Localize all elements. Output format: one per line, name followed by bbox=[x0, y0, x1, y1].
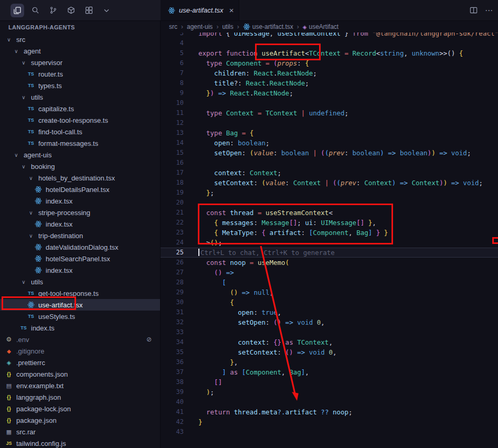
line-number[interactable]: 42 bbox=[161, 417, 184, 427]
tree-item-langgraph.json[interactable]: {}langgraph.json bbox=[0, 391, 160, 403]
tree-item-supervisor[interactable]: ∨supervisor bbox=[0, 57, 160, 68]
more-actions-icon[interactable]: ⋯ bbox=[485, 6, 493, 15]
tree-item-.env[interactable]: ⚙.env⊘ bbox=[0, 334, 160, 345]
line-number[interactable]: 38 bbox=[161, 377, 184, 387]
line-number[interactable]: 41 bbox=[161, 407, 184, 417]
tree-item-create-tool-response.ts[interactable]: TScreate-tool-response.ts bbox=[0, 114, 160, 126]
package-icon[interactable] bbox=[64, 4, 78, 17]
line-number[interactable]: 17 bbox=[161, 168, 184, 178]
tree-item-index.tsx[interactable]: index.tsx bbox=[0, 264, 160, 276]
line-number[interactable]: 40 bbox=[161, 397, 184, 407]
line-number[interactable]: 13 bbox=[161, 128, 184, 138]
code-line-24[interactable]: 24 >(); bbox=[161, 238, 498, 248]
line-number[interactable]: 32 bbox=[161, 317, 184, 327]
search-icon[interactable] bbox=[28, 4, 42, 17]
line-number[interactable]: 28 bbox=[161, 278, 184, 287]
tree-item-hotelDetailsPanel.tsx[interactable]: hotelDetailsPanel.tsx bbox=[0, 184, 160, 195]
code-line-28[interactable]: 28 [ bbox=[161, 278, 498, 287]
line-number[interactable]: 33 bbox=[161, 327, 184, 337]
line-number[interactable]: 6 bbox=[161, 58, 184, 68]
line-number[interactable]: 10 bbox=[161, 98, 184, 108]
code-line-35[interactable]: 35 setContext: () => void 0, bbox=[161, 347, 498, 357]
line-number[interactable]: 35 bbox=[161, 347, 184, 357]
line-number[interactable]: 37 bbox=[161, 367, 184, 377]
chevron-down-icon[interactable] bbox=[100, 4, 113, 17]
line-number[interactable]: 20 bbox=[161, 198, 184, 208]
code-line-36[interactable]: 36 }, bbox=[161, 357, 498, 367]
tab-use-artifact[interactable]: use-artifact.tsx × bbox=[161, 0, 239, 20]
line-number[interactable]: 7 bbox=[161, 68, 184, 78]
tree-item-hotels_by_destination.tsx[interactable]: ∨hotels_by_destination.tsx bbox=[0, 172, 160, 184]
breadcrumb-item-agent-uis[interactable]: agent-uis bbox=[187, 23, 213, 30]
tree-item-useStyles.ts[interactable]: TSuseStyles.ts bbox=[0, 311, 160, 322]
code-line-11[interactable]: 11 type Context = TContext | undefined; bbox=[161, 108, 498, 118]
code-line-43[interactable]: 43 bbox=[161, 427, 498, 437]
line-number[interactable]: 9 bbox=[161, 88, 184, 98]
pages-icon[interactable] bbox=[10, 4, 24, 17]
line-number[interactable]: 16 bbox=[161, 158, 184, 168]
code-line-18[interactable]: 18 setContext: (value: Context | ((prev:… bbox=[161, 178, 498, 188]
line-number[interactable]: 29 bbox=[161, 287, 184, 297]
line-number[interactable]: 12 bbox=[161, 118, 184, 128]
code-line-16[interactable]: 16 bbox=[161, 158, 498, 168]
tree-item-.prettierrc[interactable]: ◈.prettierrc bbox=[0, 357, 160, 368]
tree-item-dateValidationDialog.tsx[interactable]: dateValidationDialog.tsx bbox=[0, 241, 160, 253]
tree-item-capitalize.ts[interactable]: TScapitalize.ts bbox=[0, 103, 160, 114]
breadcrumb-item-use-artifact.tsx[interactable]: use-artifact.tsx bbox=[243, 23, 293, 30]
code-line-32[interactable]: 32 setOpen: () => void 0, bbox=[161, 317, 498, 327]
code-line-30[interactable]: 30 { bbox=[161, 297, 498, 307]
code-line-17[interactable]: 17 context: Context; bbox=[161, 168, 498, 178]
code-line-15[interactable]: 15 setOpen: (value: boolean | ((prev: bo… bbox=[161, 148, 498, 158]
code-line-41[interactable]: 41 return thread.meta?.artifact ?? noop; bbox=[161, 407, 498, 417]
line-number[interactable]: 24 bbox=[161, 238, 184, 248]
source-control-icon[interactable] bbox=[46, 4, 60, 17]
line-number[interactable]: 25 bbox=[161, 248, 184, 258]
code-line-23[interactable]: 23 { MetaType: { artifact: [Component, B… bbox=[161, 228, 498, 238]
close-icon[interactable]: × bbox=[229, 6, 234, 14]
code-line-29[interactable]: 29 () => null, bbox=[161, 287, 498, 297]
code-line-25[interactable]: 25Ctrl+L to chat, Ctrl+K to generate bbox=[161, 248, 498, 258]
tree-item-.gitignore[interactable]: ◆.gitignore bbox=[0, 345, 160, 357]
tree-item-format-messages.ts[interactable]: TSformat-messages.ts bbox=[0, 137, 160, 149]
line-number[interactable]: 4 bbox=[161, 38, 184, 48]
tree-item-index.tsx[interactable]: index.tsx bbox=[0, 195, 160, 207]
tree-item-index.tsx[interactable]: index.tsx bbox=[0, 218, 160, 230]
code-line-34[interactable]: 34 context: {} as TContext, bbox=[161, 337, 498, 347]
line-number[interactable]: 22 bbox=[161, 218, 184, 228]
code-line-22[interactable]: 22 { messages: Message[]; ui: UIMessage[… bbox=[161, 218, 498, 228]
tree-item-index.ts[interactable]: TSindex.ts bbox=[0, 322, 160, 334]
code-line-21[interactable]: 21 const thread = useStreamContext< bbox=[161, 208, 498, 218]
code-viewport[interactable]: 3import { UIMessage, useStreamContext } … bbox=[161, 33, 498, 448]
tree-item-utils[interactable]: ∨utils bbox=[0, 276, 160, 287]
line-number[interactable]: 31 bbox=[161, 307, 184, 317]
line-number[interactable]: 11 bbox=[161, 108, 184, 118]
line-number[interactable]: 15 bbox=[161, 148, 184, 158]
tree-item-src[interactable]: ∨src bbox=[0, 34, 160, 45]
tree-item-use-artifact.tsx[interactable]: use-artifact.tsx bbox=[0, 299, 160, 311]
code-line-12[interactable]: 12 bbox=[161, 118, 498, 128]
breadcrumb-item-src[interactable]: src bbox=[169, 23, 177, 30]
line-number[interactable]: 23 bbox=[161, 228, 184, 238]
code-line-38[interactable]: 38 [] bbox=[161, 377, 498, 387]
code-line-20[interactable]: 20 bbox=[161, 198, 498, 208]
line-number[interactable]: 34 bbox=[161, 337, 184, 347]
code-line-6[interactable]: 6 type Component = (props: { bbox=[161, 58, 498, 68]
line-number[interactable]: 43 bbox=[161, 427, 184, 437]
code-line-13[interactable]: 13 type Bag = { bbox=[161, 128, 498, 138]
code-line-26[interactable]: 26 const noop = useMemo( bbox=[161, 258, 498, 268]
line-number[interactable]: 39 bbox=[161, 387, 184, 397]
code-line-19[interactable]: 19 }; bbox=[161, 188, 498, 198]
code-line-5[interactable]: 5export function useArtifact<TContext = … bbox=[161, 48, 498, 58]
code-line-42[interactable]: 42} bbox=[161, 417, 498, 427]
line-number[interactable]: 21 bbox=[161, 208, 184, 218]
line-number[interactable]: 3 bbox=[161, 33, 184, 38]
tree-item-booking[interactable]: ∨booking bbox=[0, 161, 160, 172]
tree-item-types.ts[interactable]: TStypes.ts bbox=[0, 80, 160, 91]
line-number[interactable]: 14 bbox=[161, 138, 184, 148]
line-number[interactable]: 30 bbox=[161, 297, 184, 307]
line-number[interactable]: 18 bbox=[161, 178, 184, 188]
tree-item-get-tool-response.ts[interactable]: TSget-tool-response.ts bbox=[0, 287, 160, 299]
line-number[interactable]: 36 bbox=[161, 357, 184, 367]
tree-item-tailwind.config.js[interactable]: JStailwind.config.js bbox=[0, 438, 160, 448]
breadcrumb-item-useArtifact[interactable]: ◈useArtifact bbox=[303, 23, 338, 30]
